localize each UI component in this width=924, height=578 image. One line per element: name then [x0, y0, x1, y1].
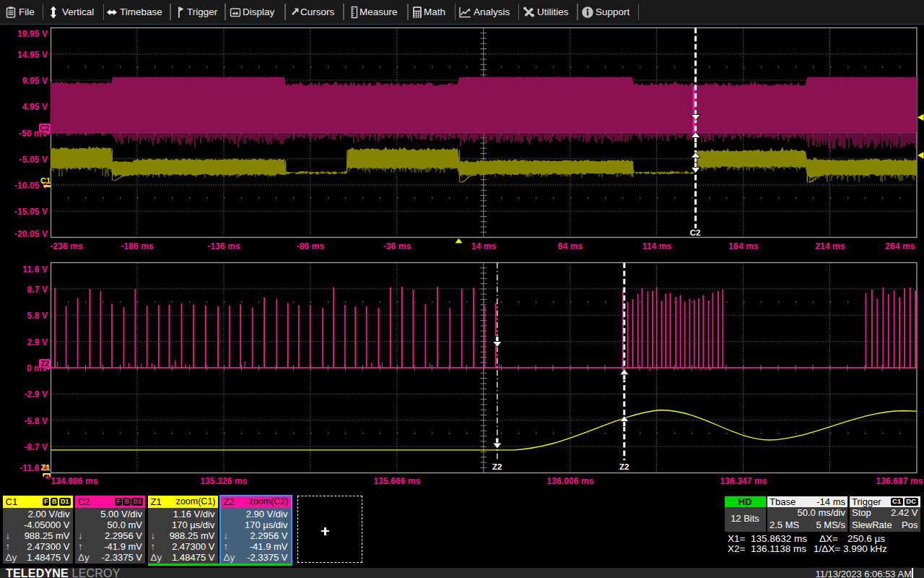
svg-text:-20.05 V: -20.05 V	[14, 229, 48, 239]
svg-text:8.7 V: 8.7 V	[27, 285, 48, 295]
svg-text:C2: C2	[690, 228, 701, 237]
svg-text:-2.9 V: -2.9 V	[24, 389, 48, 400]
svg-text:C1: C1	[40, 176, 51, 185]
svg-text:-86 ms: -86 ms	[297, 241, 325, 251]
svg-text:-186 ms: -186 ms	[121, 241, 154, 251]
svg-text:136.687 ms: 136.687 ms	[876, 476, 923, 486]
svg-text:5.8 V: 5.8 V	[27, 311, 48, 321]
svg-text:64 ms: 64 ms	[558, 241, 583, 251]
svg-text:Z1: Z1	[41, 463, 51, 472]
svg-text:19.95 V: 19.95 V	[17, 29, 48, 39]
svg-text:135.326 ms: 135.326 ms	[200, 476, 247, 486]
svg-text:214 ms: 214 ms	[815, 241, 845, 251]
svg-text:Z2: Z2	[619, 462, 629, 471]
svg-text:114 ms: 114 ms	[642, 241, 672, 251]
svg-text:-236 ms: -236 ms	[50, 241, 83, 251]
svg-text:-36 ms: -36 ms	[383, 241, 411, 251]
svg-text:2.9 V: 2.9 V	[27, 337, 48, 348]
svg-text:134.986 ms: 134.986 ms	[51, 476, 97, 486]
svg-text:-15.05 V: -15.05 V	[14, 207, 48, 217]
svg-text:136.006 ms: 136.006 ms	[546, 476, 593, 486]
svg-text:-136 ms: -136 ms	[207, 241, 240, 251]
svg-text:Z2: Z2	[492, 462, 502, 471]
svg-text:-5.05 V: -5.05 V	[19, 155, 48, 165]
svg-text:164 ms: 164 ms	[728, 241, 759, 251]
svg-text:C2: C2	[40, 124, 50, 132]
svg-text:-5.8 V: -5.8 V	[24, 416, 48, 426]
svg-text:14 ms: 14 ms	[471, 241, 497, 251]
svg-text:Z2: Z2	[40, 360, 49, 368]
svg-text:136.347 ms: 136.347 ms	[720, 476, 767, 486]
svg-text:14.95 V: 14.95 V	[17, 50, 48, 60]
svg-text:11.6 V: 11.6 V	[22, 264, 48, 275]
svg-text:264 ms: 264 ms	[885, 241, 915, 251]
svg-text:135.666 ms: 135.666 ms	[373, 476, 420, 486]
svg-text:4.95 V: 4.95 V	[22, 102, 48, 112]
svg-text:9.95 V: 9.95 V	[22, 76, 48, 86]
svg-text:-8.7 V: -8.7 V	[24, 442, 48, 452]
